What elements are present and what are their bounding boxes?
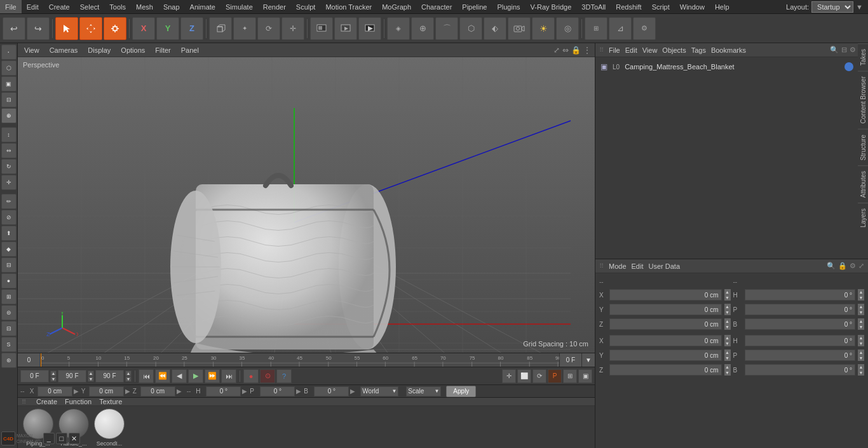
attr-menu-mode[interactable]: Mode (609, 262, 627, 270)
rotate-tool-left[interactable]: ↻ (1, 159, 17, 174)
attr-lock-icon[interactable]: 🔒 (838, 262, 847, 270)
attr-y-dec[interactable]: ▼ (724, 309, 731, 315)
timeline-settings[interactable]: ▼ (582, 353, 595, 367)
apply-button[interactable]: Apply (446, 386, 476, 397)
attr-size-z-inc[interactable]: ▲ (858, 364, 864, 370)
playback-preview-end[interactable] (95, 370, 124, 383)
preview-inc[interactable]: ▲ (125, 370, 132, 376)
obj-filter-icon[interactable]: ⊟ (841, 46, 847, 54)
vtab-content-browser[interactable]: Content Browser (858, 71, 868, 128)
menu-plugins[interactable]: Plugins (492, 0, 525, 13)
slide-button[interactable]: ⊞ (1, 289, 17, 304)
attr-scale-z-input[interactable] (609, 364, 722, 376)
vp-menu-display[interactable]: Display (85, 46, 113, 54)
attr-scale-y-input[interactable] (609, 350, 722, 361)
bevel-button[interactable]: ◆ (1, 241, 17, 257)
vtab-attributes[interactable]: Attributes (858, 165, 868, 203)
camera-button[interactable] (508, 17, 531, 40)
weld-button[interactable]: ● (1, 273, 17, 288)
shelf-menu-create[interactable]: Create (36, 398, 57, 405)
attr-b-dec[interactable]: ▼ (858, 324, 864, 330)
object-axis-button[interactable]: ⊕ (1, 108, 17, 123)
start-inc[interactable]: ▲ (50, 370, 57, 376)
obj-mgr-menu-tags[interactable]: Tags (691, 46, 706, 54)
obj-mgr-menu-file[interactable]: File (609, 46, 620, 54)
attr-menu-userdata[interactable]: User Data (649, 262, 681, 270)
attr-size-x-input[interactable] (745, 335, 856, 346)
attr-x-dec[interactable]: ▼ (724, 295, 731, 301)
magnet-button[interactable]: ⊜ (1, 305, 17, 320)
viewport[interactable]: Perspective Grid Spacing : 10 cm X Y Z (18, 57, 595, 353)
maximize-button[interactable]: □ (56, 433, 67, 444)
attr-scale-x-input[interactable] (609, 335, 722, 346)
pos-y-arrow[interactable]: ▶ (125, 388, 130, 395)
menu-file[interactable]: File (0, 0, 22, 13)
object-button[interactable]: ✦ (233, 17, 256, 40)
attr-size-y-inc[interactable]: ▲ (858, 350, 864, 355)
undo-button[interactable]: ↩ (3, 17, 25, 40)
key-sel-button[interactable]: ⟳ (532, 369, 546, 383)
polygons-mode-button[interactable]: ▣ (1, 76, 17, 92)
menu-mograph[interactable]: MoGraph (377, 0, 416, 13)
vtab-structure[interactable]: Structure (858, 129, 868, 166)
attr-scale-z-inc[interactable]: ▲ (724, 364, 731, 370)
pos-z-arrow[interactable]: ▶ (177, 388, 182, 395)
vtab-layers[interactable]: Layers (858, 203, 868, 233)
key-render-button[interactable]: ▣ (578, 369, 592, 383)
menu-window[interactable]: Window (675, 0, 710, 13)
vp-icon-arrows[interactable]: ⇔ (562, 46, 569, 55)
menu-script[interactable]: Script (647, 0, 675, 13)
vp-icon-settings[interactable]: ⋮ (583, 46, 591, 55)
attr-settings-icon[interactable]: ⚙ (850, 262, 856, 270)
attr-menu-edit[interactable]: Edit (632, 262, 644, 270)
edges-mode-button[interactable]: ⬡ (1, 60, 17, 76)
attr-size-x-dec[interactable]: ▼ (858, 341, 864, 346)
render-region-button[interactable] (310, 17, 333, 40)
attr-size-z-input[interactable] (745, 364, 856, 376)
attr-scale-y-inc[interactable]: ▲ (724, 350, 731, 355)
snap-button[interactable]: ⊿ (609, 17, 632, 40)
mirror-button[interactable]: ⊟ (1, 321, 17, 336)
minimize-button[interactable]: _ (43, 433, 55, 444)
motion-record-button[interactable]: ✛ (502, 369, 516, 383)
size-b-arrow[interactable]: ▶ (350, 388, 355, 395)
pos-x-input[interactable] (37, 386, 72, 397)
go-to-end-button[interactable]: ⏭ (221, 369, 236, 383)
attr-size-z-dec[interactable]: ▼ (858, 370, 864, 376)
attr-expand-icon[interactable]: ⤢ (858, 262, 864, 270)
object-tag-blue[interactable] (844, 62, 853, 71)
menu-create[interactable]: Create (44, 0, 75, 13)
spline-button[interactable]: ⌒ (435, 17, 458, 40)
shelf-menu-function[interactable]: Function (65, 398, 92, 405)
render-view-button[interactable] (334, 17, 357, 40)
redo-button[interactable]: ↪ (27, 17, 50, 40)
key-play-button[interactable]: P (548, 369, 562, 383)
attr-y-inc[interactable]: ▲ (724, 304, 731, 309)
attr-rot-h-input[interactable] (745, 289, 856, 301)
vp-icon-expand[interactable]: ⤢ (553, 46, 560, 55)
attr-rot-b-input[interactable] (745, 318, 856, 330)
attr-p-dec[interactable]: ▼ (858, 309, 864, 315)
obj-settings-icon[interactable]: ⚙ (850, 46, 856, 54)
menu-sculpt[interactable]: Sculpt (291, 0, 321, 13)
attr-h-inc[interactable]: ▲ (858, 289, 864, 295)
playback-end-input[interactable] (58, 370, 86, 383)
attr-z-inc[interactable]: ▲ (724, 318, 731, 324)
menu-help[interactable]: Help (710, 0, 735, 13)
material-item-second[interactable]: SecondI... (94, 409, 125, 447)
go-to-start-button[interactable]: ⏮ (139, 369, 154, 383)
start-dec[interactable]: ▼ (50, 376, 57, 382)
vp-menu-options[interactable]: Options (118, 46, 147, 54)
menu-snap[interactable]: Snap (158, 0, 185, 13)
sculpt-brush-button[interactable]: ⊛ (1, 353, 17, 368)
move-button[interactable] (79, 17, 102, 40)
vtab-takes[interactable]: Takes (858, 43, 868, 71)
record-button[interactable]: ● (243, 369, 259, 383)
scale-tool-left[interactable]: ⇔ (1, 143, 17, 158)
menu-vray[interactable]: V-Ray Bridge (526, 0, 577, 13)
menu-motion-tracker[interactable]: Motion Tracker (320, 0, 377, 13)
size-b-input[interactable] (314, 386, 349, 397)
transform-tool-left[interactable]: ✛ (1, 175, 17, 190)
end-inc[interactable]: ▲ (88, 370, 94, 376)
pos-z-input[interactable] (140, 386, 175, 397)
